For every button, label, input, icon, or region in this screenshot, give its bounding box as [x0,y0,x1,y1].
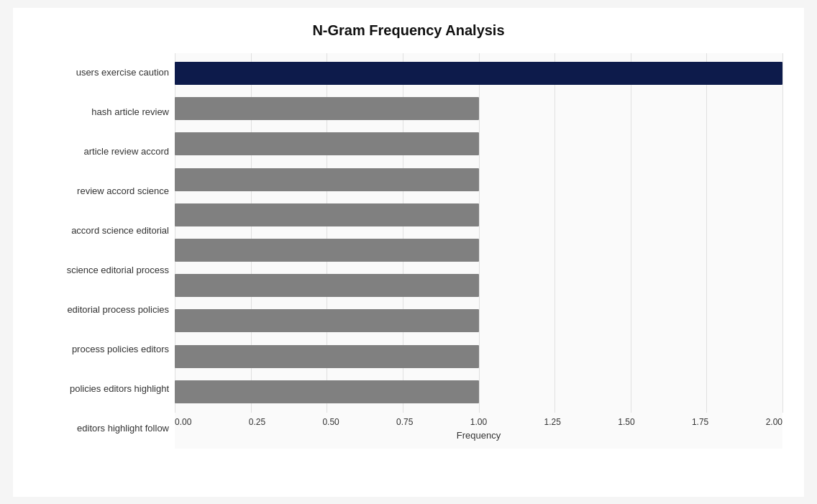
y-label: editors highlight follow [35,409,169,449]
bar-row [175,306,782,336]
x-tick: 0.75 [396,417,413,427]
x-tick: 0.50 [322,417,339,427]
bar [175,274,479,297]
y-label: science editorial process [35,251,169,290]
bar [175,132,479,155]
y-label: policies editors highlight [35,370,169,409]
bar-row [175,235,782,265]
bar [175,62,782,85]
grid-line [782,53,783,413]
y-label: users exercise caution [35,53,169,93]
chart-area: users exercise cautionhash article revie… [35,53,782,449]
bar [175,97,479,120]
bar-row [175,165,782,195]
x-tick: 0.25 [249,417,265,427]
grid-and-bars [175,53,782,413]
bar-row [175,270,782,301]
x-tick: 2.00 [766,417,782,427]
y-label: process policies editors [35,330,169,370]
bar-row [175,377,782,407]
plot-area: 0.000.250.500.751.001.251.501.752.00 Fre… [175,53,782,449]
bar [175,345,479,368]
x-tick: 1.50 [618,417,634,427]
bar [175,309,479,332]
x-tick: 1.75 [692,417,708,427]
x-tick: 1.00 [470,417,487,427]
y-label: article review accord [35,132,169,172]
y-label: editorial process policies [35,290,169,330]
x-axis-label: Frequency [175,430,782,441]
y-axis: users exercise cautionhash article revie… [35,53,175,449]
chart-title: N-Gram Frequency Analysis [35,22,782,39]
bar-row [175,342,782,372]
x-tick: 1.25 [544,417,561,427]
y-label: review accord science [35,172,169,211]
y-label: accord science editorial [35,211,169,251]
x-tick: 0.00 [175,417,191,427]
chart-container: N-Gram Frequency Analysis users exercise… [13,8,804,497]
bar-row [175,58,782,88]
bar-row [175,93,782,124]
bars-wrapper [175,53,782,413]
y-label: hash article review [35,93,169,132]
bar-row [175,200,782,230]
bar-row [175,129,782,159]
bar [175,239,479,262]
bar [175,168,479,191]
bar [175,380,479,403]
bar [175,203,479,226]
x-axis: 0.000.250.500.751.001.251.501.752.00 Fre… [175,413,782,449]
